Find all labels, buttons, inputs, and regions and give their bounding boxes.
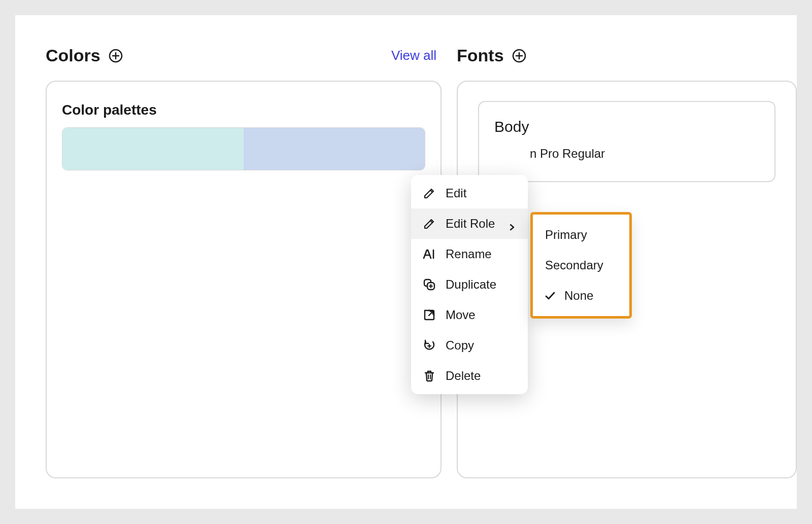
plus-circle-icon — [108, 48, 123, 63]
colors-column: Colors View all Color palettes — [46, 46, 442, 478]
plus-circle-icon — [512, 48, 527, 63]
ctx-label: Edit Role — [446, 217, 495, 231]
fonts-title: Fonts — [457, 46, 504, 65]
ctx-label: Duplicate — [446, 277, 496, 292]
palette-bar[interactable] — [62, 127, 425, 170]
color-swatch[interactable] — [62, 128, 244, 170]
add-font-button[interactable] — [512, 48, 527, 63]
duplicate-icon — [422, 277, 436, 292]
ctx-duplicate[interactable]: Duplicate — [411, 269, 528, 300]
ctx-label: Edit — [446, 186, 466, 200]
submenu-label: Secondary — [545, 258, 603, 272]
ctx-edit[interactable]: Edit — [411, 178, 528, 208]
colors-title: Colors — [46, 46, 100, 65]
ctx-rename[interactable]: Rename — [411, 239, 528, 269]
chevron-right-icon — [509, 220, 517, 228]
submenu-label: Primary — [545, 228, 587, 242]
move-icon — [422, 308, 436, 322]
role-primary[interactable]: Primary — [533, 220, 629, 250]
submenu-label: None — [564, 289, 593, 303]
app-frame: Colors View all Color palettes — [15, 15, 797, 509]
ctx-label: Copy — [446, 338, 474, 353]
view-all-link[interactable]: View all — [391, 48, 436, 63]
role-none[interactable]: None — [533, 281, 629, 311]
copy-icon — [422, 338, 436, 353]
role-secondary[interactable]: Secondary — [533, 250, 629, 281]
context-menu: Edit Edit Role Rename — [411, 175, 528, 394]
ctx-label: Rename — [446, 247, 492, 261]
font-name: n Pro Regular — [494, 147, 759, 161]
trash-icon — [422, 369, 436, 383]
ctx-copy[interactable]: Copy — [411, 330, 528, 361]
fonts-header: Fonts — [457, 46, 797, 65]
colors-header: Colors View all — [46, 46, 442, 65]
rename-icon — [422, 247, 436, 261]
colors-title-wrap: Colors — [46, 46, 123, 65]
color-swatch[interactable] — [244, 128, 425, 170]
ctx-label: Move — [446, 308, 476, 322]
fonts-title-wrap: Fonts — [457, 46, 527, 65]
font-item[interactable]: Body n Pro Regular — [478, 101, 775, 182]
edit-role-submenu: Primary Secondary None — [530, 212, 632, 319]
ctx-delete[interactable]: Delete — [411, 361, 528, 391]
font-role-label: Body — [494, 118, 759, 135]
ctx-move[interactable]: Move — [411, 300, 528, 330]
ctx-label: Delete — [446, 369, 481, 383]
checkmark-icon — [543, 289, 557, 303]
ctx-edit-role[interactable]: Edit Role — [411, 208, 528, 239]
pencil-icon — [422, 186, 436, 200]
colors-card: Color palettes — [46, 81, 442, 478]
add-color-button[interactable] — [108, 48, 123, 63]
palette-title: Color palettes — [62, 102, 425, 118]
pencil-icon — [422, 217, 436, 231]
